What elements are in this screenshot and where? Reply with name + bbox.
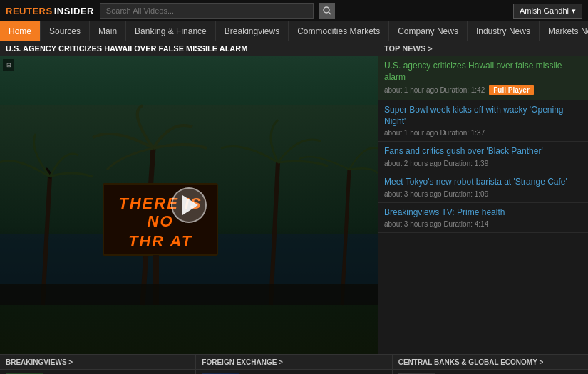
logo-insider: INSIDER	[54, 6, 94, 16]
central-banks-header[interactable]: CENTRAL BANKS & GLOBAL ECONOMY >	[393, 355, 588, 370]
main-content: U.S. AGENCY CRITICIZES HAWAII OVER FALSE…	[0, 41, 588, 354]
video-section: U.S. AGENCY CRITICIZES HAWAII OVER FALSE…	[0, 41, 378, 354]
full-player-button[interactable]: Full Player	[489, 85, 534, 95]
bottom-sections: BREAKINGVIEWS > BV Breakingviews TV: Pri…	[0, 354, 588, 374]
news-title-2: Super Bowl week kicks off with wacky 'Op…	[384, 105, 582, 127]
nav-item-banking[interactable]: Banking & Finance	[126, 21, 216, 41]
nav-item-sources[interactable]: Sources	[41, 21, 90, 41]
video-player[interactable]: THERE IS NO THR AT ⊞	[0, 56, 378, 354]
svg-text:NO: NO	[148, 212, 174, 230]
news-item-4[interactable]: Meet Tokyo's new robot barista at 'Stran…	[378, 172, 588, 203]
right-panel: TOP NEWS > U.S. agency criticizes Hawaii…	[378, 41, 588, 354]
central-banks-section: CENTRAL BANKS & GLOBAL ECONOMY > OUTLOOK…	[393, 355, 588, 374]
user-name: Amish Gandhi	[520, 6, 569, 15]
news-item-1[interactable]: U.S. agency criticizes Hawaii over false…	[378, 56, 588, 100]
nav-item-company[interactable]: Company News	[389, 21, 468, 41]
news-title-1: U.S. agency criticizes Hawaii over false…	[384, 61, 582, 83]
breakingviews-section: BREAKINGVIEWS > BV Breakingviews TV: Pri…	[0, 355, 196, 374]
chevron-down-icon: ▾	[572, 6, 576, 16]
central-banks-featured[interactable]: OUTLOOK 1Q:2018 Capital Markets Outlook …	[393, 370, 588, 374]
svg-text:THR  AT: THR AT	[128, 232, 192, 250]
svg-line-1	[329, 12, 331, 14]
forex-header[interactable]: FOREIGN EXCHANGE >	[196, 355, 391, 370]
play-button[interactable]	[171, 187, 207, 223]
search-icon	[323, 6, 331, 15]
news-title-3: Fans and critics gush over 'Black Panthe…	[384, 146, 582, 157]
news-meta-1: about 1 hour ago Duration: 1:42 Full Pla…	[384, 85, 582, 95]
news-meta-2: about 1 hour ago Duration: 1:37	[384, 129, 582, 137]
nav-item-main[interactable]: Main	[90, 21, 126, 41]
forex-section: FOREIGN EXCHANGE > FX Dow and S&P could …	[196, 355, 392, 374]
breakingviews-featured[interactable]: BV Breakingviews TV: Prime health about …	[0, 370, 195, 374]
news-meta-4: about 3 hours ago Duration: 1:09	[384, 190, 582, 198]
svg-point-0	[324, 7, 329, 13]
news-item-2[interactable]: Super Bowl week kicks off with wacky 'Op…	[378, 100, 588, 142]
nav-item-home[interactable]: Home	[0, 21, 41, 41]
search-button[interactable]	[319, 3, 335, 19]
video-title: U.S. AGENCY CRITICIZES HAWAII OVER FALSE…	[0, 41, 378, 56]
forex-featured[interactable]: FX Dow and S&P could post first back-to-…	[196, 370, 391, 374]
news-item-5[interactable]: Breakingviews TV: Prime health about 3 h…	[378, 203, 588, 234]
breakingviews-header[interactable]: BREAKINGVIEWS >	[0, 355, 195, 370]
top-news-header: TOP NEWS >	[378, 41, 588, 56]
news-title-4: Meet Tokyo's new robot barista at 'Stran…	[384, 177, 582, 188]
navigation: Home Sources Main Banking & Finance Brea…	[0, 21, 588, 41]
svg-rect-14	[0, 284, 378, 305]
news-title-5: Breakingviews TV: Prime health	[384, 207, 582, 219]
nav-item-markets[interactable]: Markets News	[540, 21, 588, 41]
logo-reuters: REUTERS	[6, 6, 53, 16]
news-item-3[interactable]: Fans and critics gush over 'Black Panthe…	[378, 142, 588, 172]
search-input[interactable]	[100, 3, 314, 19]
news-meta-3: about 2 hours ago Duration: 1:39	[384, 160, 582, 167]
expand-icon[interactable]: ⊞	[3, 59, 14, 71]
user-menu[interactable]: Amish Gandhi ▾	[513, 4, 582, 19]
nav-item-commodities[interactable]: Commodities Markets	[289, 21, 389, 41]
nav-item-breakingviews[interactable]: Breakingviews	[216, 21, 289, 41]
news-meta-5: about 3 hours ago Duration: 4:14	[384, 220, 582, 228]
logo: REUTERS INSIDER	[6, 6, 94, 16]
nav-item-industry[interactable]: Industry News	[468, 21, 540, 41]
play-icon	[182, 195, 198, 215]
header: REUTERS INSIDER Amish Gandhi ▾	[0, 0, 588, 21]
